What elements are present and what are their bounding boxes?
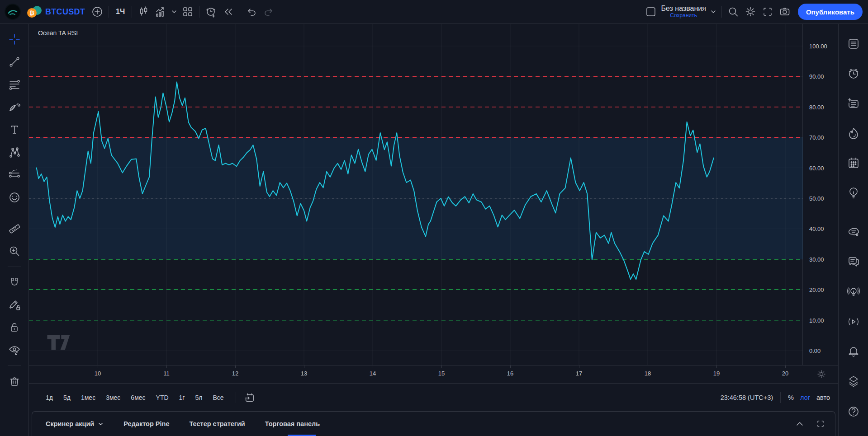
range-button-YTD[interactable]: YTD [153,393,172,403]
indicators-menu-button[interactable] [169,3,179,20]
range-button-6мес[interactable]: 6мес [128,393,148,403]
range-button-1д[interactable]: 1д [43,393,56,403]
account-avatar[interactable] [5,5,20,19]
drawing-mode-lock-button[interactable] [5,296,24,314]
range-button-Все[interactable]: Все [209,393,227,403]
flame-icon [847,127,860,140]
time-axis-tick [441,366,442,368]
layout-select-button[interactable] [642,3,659,20]
trend-line-tool-button[interactable] [5,53,24,71]
watchlist-button[interactable] [844,34,863,54]
notes-button[interactable] [844,94,863,113]
lightbulb-waves-icon [847,285,860,299]
magnet-mode-button[interactable] [5,273,24,291]
hotlists-button[interactable] [844,123,863,143]
chart-area: Ocean TA RSI 100.0090.0080.0070.0060.005… [29,24,838,436]
percent-scale-toggle[interactable]: % [788,394,794,401]
save-link[interactable]: Сохранить [670,13,697,19]
forecast-tool-button[interactable] [5,166,24,184]
time-axis-label: 18 [645,370,651,377]
tradingview-watermark-icon [47,335,71,350]
price-axis-label: 60.00 [809,164,824,171]
text-icon [8,123,21,136]
range-button-1мес[interactable]: 1мес [78,393,99,403]
measure-tool-button[interactable] [5,220,24,238]
interval-button[interactable]: 1Ч [112,3,129,20]
calendar-button[interactable] [844,153,863,173]
time-axis-tick [510,366,511,368]
price-axis-label: 80.00 [809,103,824,110]
chart-pane[interactable]: Ocean TA RSI [29,24,803,365]
panel-maximize-icon[interactable] [816,419,825,428]
tab-strategy-tester[interactable]: Тестер стратегий [189,420,245,427]
time-axis-tick [579,366,579,368]
gear-icon [816,369,826,379]
indicator-label[interactable]: Ocean TA RSI [38,29,78,37]
undo-button[interactable] [243,3,260,20]
snapshot-button[interactable] [776,3,793,20]
avatar-logo-icon [5,5,20,19]
object-tree-button[interactable] [844,371,863,391]
streams-button[interactable] [844,312,863,332]
rsi-plot[interactable] [29,24,803,365]
text-tool-button[interactable] [5,121,24,139]
pattern-tool-button[interactable] [5,143,24,161]
bar-replay-button[interactable] [220,3,237,20]
panel-expand-chevron-icon[interactable] [795,419,804,428]
indicators-button[interactable] [152,3,169,20]
brush-tool-button[interactable] [5,98,24,116]
create-alert-button[interactable] [202,3,220,20]
chart-style-button[interactable] [135,3,152,20]
notifications-button[interactable] [844,342,863,361]
quick-search-button[interactable] [725,3,742,20]
go-to-date-button[interactable] [241,391,258,404]
range-button-5д[interactable]: 5д [60,393,74,403]
range-divider [780,392,781,403]
clock-display[interactable]: 23:46:58 (UTC+3) [721,394,773,401]
chevron-down-icon [171,9,177,15]
price-axis[interactable]: 100.0090.0080.0070.0060.0050.0040.0030.0… [803,24,838,365]
tab-screener[interactable]: Скринер акций [46,420,104,427]
layout-title-block[interactable]: Без названия Сохранить [661,5,706,19]
layout-templates-button[interactable] [179,3,196,20]
tab-trading-panel[interactable]: Торговая панель [265,420,320,427]
alarm-clock-icon [847,67,860,80]
time-axis-label: 14 [370,370,376,377]
remove-drawings-button[interactable] [5,372,24,390]
chat-button[interactable] [844,252,863,272]
range-button-3мес[interactable]: 3мес [103,393,123,403]
fib-retracement-tool-button[interactable] [5,75,24,94]
chart-settings-button[interactable] [742,3,759,20]
toolbar-divider [8,366,21,366]
bottom-panel: Скринер акций Редактор Pine Тестер страт… [32,411,835,436]
time-axis-label: 16 [507,370,513,377]
price-axis-label: 50.00 [809,195,824,202]
layout-menu-button[interactable] [708,3,719,20]
range-button-5л[interactable]: 5л [192,393,205,403]
alerts-button[interactable] [844,64,863,84]
range-button-1г[interactable]: 1г [176,393,188,403]
time-axis[interactable]: 1011121314151617181920 [29,365,838,383]
layout-title[interactable]: Без названия [661,5,706,13]
tab-pine-editor[interactable]: Редактор Pine [123,420,169,427]
ideas-stream-button[interactable] [844,282,863,302]
lock-all-drawings-button[interactable] [5,319,24,337]
help-button[interactable] [844,401,863,421]
hide-drawings-button[interactable] [5,341,24,359]
log-scale-toggle[interactable]: лог [800,394,810,401]
crosshair-tool-button[interactable] [5,30,24,48]
ideas-button[interactable] [844,183,863,203]
axis-settings-button[interactable] [816,369,826,379]
auto-scale-toggle[interactable]: авто [816,394,830,401]
minds-button[interactable] [844,222,863,242]
zoom-in-tool-button[interactable] [5,242,24,260]
redo-button[interactable] [260,3,277,20]
publish-button[interactable]: Опубликовать [798,4,863,20]
emoji-tool-button[interactable] [5,188,24,206]
toolbar-divider [721,6,722,18]
symbol-add-button[interactable] [89,3,106,20]
symbol-name[interactable]: BTCUSDT [45,7,85,17]
fullscreen-button[interactable] [759,3,776,20]
toolbar-divider [199,6,199,18]
date-range-bar: 1д5д1мес3мес6месYTD1г5лВсе 23:46:58 (UTC… [29,383,838,411]
